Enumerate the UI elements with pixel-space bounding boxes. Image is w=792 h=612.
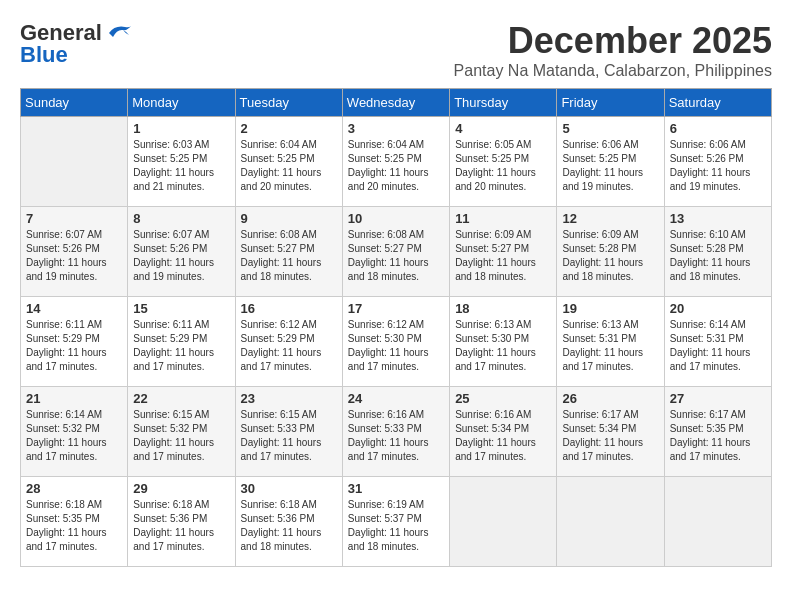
cell-day-number: 3 — [348, 121, 444, 136]
calendar-week-row: 7Sunrise: 6:07 AM Sunset: 5:26 PM Daylig… — [21, 207, 772, 297]
calendar-cell: 17Sunrise: 6:12 AM Sunset: 5:30 PM Dayli… — [342, 297, 449, 387]
cell-day-number: 1 — [133, 121, 229, 136]
cell-day-number: 22 — [133, 391, 229, 406]
calendar-cell — [557, 477, 664, 567]
cell-info: Sunrise: 6:15 AM Sunset: 5:32 PM Dayligh… — [133, 408, 229, 464]
weekday-header: Tuesday — [235, 89, 342, 117]
cell-day-number: 30 — [241, 481, 337, 496]
cell-day-number: 18 — [455, 301, 551, 316]
cell-info: Sunrise: 6:03 AM Sunset: 5:25 PM Dayligh… — [133, 138, 229, 194]
cell-day-number: 12 — [562, 211, 658, 226]
cell-info: Sunrise: 6:06 AM Sunset: 5:26 PM Dayligh… — [670, 138, 766, 194]
cell-info: Sunrise: 6:04 AM Sunset: 5:25 PM Dayligh… — [348, 138, 444, 194]
calendar-cell: 5Sunrise: 6:06 AM Sunset: 5:25 PM Daylig… — [557, 117, 664, 207]
cell-info: Sunrise: 6:05 AM Sunset: 5:25 PM Dayligh… — [455, 138, 551, 194]
calendar-cell: 3Sunrise: 6:04 AM Sunset: 5:25 PM Daylig… — [342, 117, 449, 207]
cell-day-number: 23 — [241, 391, 337, 406]
calendar-cell: 4Sunrise: 6:05 AM Sunset: 5:25 PM Daylig… — [450, 117, 557, 207]
cell-info: Sunrise: 6:17 AM Sunset: 5:35 PM Dayligh… — [670, 408, 766, 464]
cell-day-number: 27 — [670, 391, 766, 406]
calendar-cell: 25Sunrise: 6:16 AM Sunset: 5:34 PM Dayli… — [450, 387, 557, 477]
weekday-header: Wednesday — [342, 89, 449, 117]
cell-day-number: 16 — [241, 301, 337, 316]
calendar-title: December 2025 — [454, 20, 772, 62]
calendar-cell: 21Sunrise: 6:14 AM Sunset: 5:32 PM Dayli… — [21, 387, 128, 477]
title-area: December 2025 Pantay Na Matanda, Calabar… — [454, 20, 772, 80]
cell-day-number: 28 — [26, 481, 122, 496]
calendar-cell: 9Sunrise: 6:08 AM Sunset: 5:27 PM Daylig… — [235, 207, 342, 297]
calendar-cell: 13Sunrise: 6:10 AM Sunset: 5:28 PM Dayli… — [664, 207, 771, 297]
cell-info: Sunrise: 6:06 AM Sunset: 5:25 PM Dayligh… — [562, 138, 658, 194]
cell-day-number: 9 — [241, 211, 337, 226]
cell-info: Sunrise: 6:12 AM Sunset: 5:30 PM Dayligh… — [348, 318, 444, 374]
calendar-cell: 1Sunrise: 6:03 AM Sunset: 5:25 PM Daylig… — [128, 117, 235, 207]
calendar-cell: 23Sunrise: 6:15 AM Sunset: 5:33 PM Dayli… — [235, 387, 342, 477]
calendar-subtitle: Pantay Na Matanda, Calabarzon, Philippin… — [454, 62, 772, 80]
cell-info: Sunrise: 6:09 AM Sunset: 5:28 PM Dayligh… — [562, 228, 658, 284]
cell-info: Sunrise: 6:09 AM Sunset: 5:27 PM Dayligh… — [455, 228, 551, 284]
calendar-cell: 2Sunrise: 6:04 AM Sunset: 5:25 PM Daylig… — [235, 117, 342, 207]
weekday-header: Sunday — [21, 89, 128, 117]
calendar-cell: 31Sunrise: 6:19 AM Sunset: 5:37 PM Dayli… — [342, 477, 449, 567]
logo-bird-icon — [105, 23, 133, 43]
weekday-header: Thursday — [450, 89, 557, 117]
cell-day-number: 6 — [670, 121, 766, 136]
calendar-cell: 6Sunrise: 6:06 AM Sunset: 5:26 PM Daylig… — [664, 117, 771, 207]
cell-day-number: 5 — [562, 121, 658, 136]
cell-day-number: 24 — [348, 391, 444, 406]
cell-info: Sunrise: 6:14 AM Sunset: 5:31 PM Dayligh… — [670, 318, 766, 374]
calendar-cell: 29Sunrise: 6:18 AM Sunset: 5:36 PM Dayli… — [128, 477, 235, 567]
cell-day-number: 15 — [133, 301, 229, 316]
calendar-cell: 16Sunrise: 6:12 AM Sunset: 5:29 PM Dayli… — [235, 297, 342, 387]
weekday-header: Monday — [128, 89, 235, 117]
calendar-cell: 15Sunrise: 6:11 AM Sunset: 5:29 PM Dayli… — [128, 297, 235, 387]
calendar-cell — [450, 477, 557, 567]
calendar-header-row: SundayMondayTuesdayWednesdayThursdayFrid… — [21, 89, 772, 117]
cell-day-number: 2 — [241, 121, 337, 136]
cell-info: Sunrise: 6:14 AM Sunset: 5:32 PM Dayligh… — [26, 408, 122, 464]
calendar-cell: 18Sunrise: 6:13 AM Sunset: 5:30 PM Dayli… — [450, 297, 557, 387]
calendar-cell — [664, 477, 771, 567]
cell-info: Sunrise: 6:17 AM Sunset: 5:34 PM Dayligh… — [562, 408, 658, 464]
calendar-cell: 10Sunrise: 6:08 AM Sunset: 5:27 PM Dayli… — [342, 207, 449, 297]
calendar-cell: 20Sunrise: 6:14 AM Sunset: 5:31 PM Dayli… — [664, 297, 771, 387]
cell-day-number: 21 — [26, 391, 122, 406]
cell-info: Sunrise: 6:16 AM Sunset: 5:34 PM Dayligh… — [455, 408, 551, 464]
calendar-cell: 7Sunrise: 6:07 AM Sunset: 5:26 PM Daylig… — [21, 207, 128, 297]
calendar-week-row: 21Sunrise: 6:14 AM Sunset: 5:32 PM Dayli… — [21, 387, 772, 477]
cell-day-number: 19 — [562, 301, 658, 316]
cell-info: Sunrise: 6:10 AM Sunset: 5:28 PM Dayligh… — [670, 228, 766, 284]
cell-info: Sunrise: 6:12 AM Sunset: 5:29 PM Dayligh… — [241, 318, 337, 374]
page-header: General Blue December 2025 Pantay Na Mat… — [20, 20, 772, 80]
logo: General Blue — [20, 20, 133, 68]
calendar-cell: 12Sunrise: 6:09 AM Sunset: 5:28 PM Dayli… — [557, 207, 664, 297]
cell-info: Sunrise: 6:07 AM Sunset: 5:26 PM Dayligh… — [26, 228, 122, 284]
cell-info: Sunrise: 6:04 AM Sunset: 5:25 PM Dayligh… — [241, 138, 337, 194]
cell-info: Sunrise: 6:11 AM Sunset: 5:29 PM Dayligh… — [26, 318, 122, 374]
calendar-table: SundayMondayTuesdayWednesdayThursdayFrid… — [20, 88, 772, 567]
cell-info: Sunrise: 6:08 AM Sunset: 5:27 PM Dayligh… — [348, 228, 444, 284]
cell-day-number: 31 — [348, 481, 444, 496]
cell-day-number: 17 — [348, 301, 444, 316]
calendar-cell: 14Sunrise: 6:11 AM Sunset: 5:29 PM Dayli… — [21, 297, 128, 387]
cell-day-number: 10 — [348, 211, 444, 226]
calendar-week-row: 1Sunrise: 6:03 AM Sunset: 5:25 PM Daylig… — [21, 117, 772, 207]
calendar-cell: 11Sunrise: 6:09 AM Sunset: 5:27 PM Dayli… — [450, 207, 557, 297]
logo-blue: Blue — [20, 42, 68, 68]
calendar-cell: 24Sunrise: 6:16 AM Sunset: 5:33 PM Dayli… — [342, 387, 449, 477]
calendar-cell: 30Sunrise: 6:18 AM Sunset: 5:36 PM Dayli… — [235, 477, 342, 567]
cell-day-number: 29 — [133, 481, 229, 496]
calendar-cell — [21, 117, 128, 207]
calendar-week-row: 28Sunrise: 6:18 AM Sunset: 5:35 PM Dayli… — [21, 477, 772, 567]
cell-info: Sunrise: 6:08 AM Sunset: 5:27 PM Dayligh… — [241, 228, 337, 284]
calendar-cell: 26Sunrise: 6:17 AM Sunset: 5:34 PM Dayli… — [557, 387, 664, 477]
calendar-cell: 19Sunrise: 6:13 AM Sunset: 5:31 PM Dayli… — [557, 297, 664, 387]
cell-info: Sunrise: 6:16 AM Sunset: 5:33 PM Dayligh… — [348, 408, 444, 464]
cell-info: Sunrise: 6:15 AM Sunset: 5:33 PM Dayligh… — [241, 408, 337, 464]
cell-day-number: 8 — [133, 211, 229, 226]
cell-info: Sunrise: 6:13 AM Sunset: 5:30 PM Dayligh… — [455, 318, 551, 374]
cell-info: Sunrise: 6:18 AM Sunset: 5:35 PM Dayligh… — [26, 498, 122, 554]
cell-info: Sunrise: 6:19 AM Sunset: 5:37 PM Dayligh… — [348, 498, 444, 554]
cell-day-number: 11 — [455, 211, 551, 226]
weekday-header: Friday — [557, 89, 664, 117]
